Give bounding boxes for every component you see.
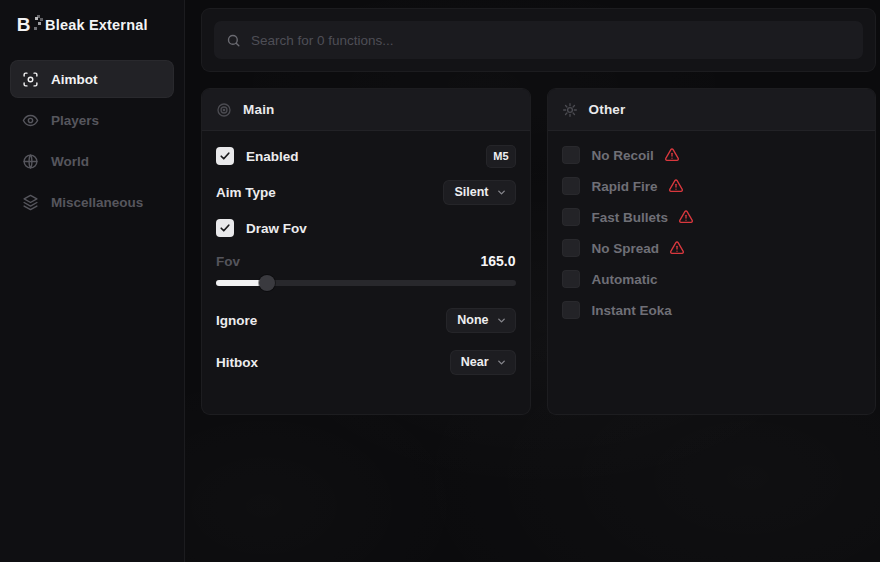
main-panel-header: Main	[202, 89, 530, 131]
panel-title: Main	[243, 102, 275, 117]
toggle-row-rapid-fire: Rapid Fire	[562, 174, 862, 198]
sidebar-item-players[interactable]: Players	[10, 101, 174, 139]
toggle-row-no-recoil: No Recoil	[562, 143, 862, 167]
keybind-button[interactable]: M5	[486, 145, 515, 168]
check-icon	[219, 150, 231, 162]
main-content: Main Enabled M5 Aim Type Silent	[185, 0, 880, 562]
search-input[interactable]	[251, 33, 851, 48]
eye-icon	[22, 112, 39, 129]
warning-icon	[668, 178, 684, 194]
fov-label: Fov	[216, 254, 240, 269]
enabled-row: Enabled M5	[216, 143, 516, 169]
chevron-down-icon	[496, 187, 507, 198]
other-panel-body: No Recoil Rapid Fire Fast Bullets	[548, 131, 876, 414]
ignore-dropdown[interactable]: None	[446, 308, 515, 333]
automatic-label: Automatic	[592, 272, 658, 287]
fov-value: 165.0	[480, 253, 515, 269]
warning-icon	[678, 209, 694, 225]
sidebar-item-label: World	[51, 154, 89, 169]
sidebar: B Bleak External Aimbot Players	[0, 0, 185, 562]
hitbox-row: Hitbox Near	[216, 349, 516, 375]
aim-type-value: Silent	[454, 185, 488, 199]
target-icon	[216, 102, 232, 118]
ignore-row: Ignore None	[216, 307, 516, 333]
warning-icon	[664, 147, 680, 163]
aim-type-row: Aim Type Silent	[216, 179, 516, 205]
toggle-row-fast-bullets: Fast Bullets	[562, 205, 862, 229]
rapid-fire-label: Rapid Fire	[592, 179, 658, 194]
sidebar-nav: Aimbot Players World	[0, 60, 184, 221]
sidebar-item-miscellaneous[interactable]: Miscellaneous	[10, 183, 174, 221]
search-panel	[201, 8, 876, 72]
crosshair-icon	[22, 71, 39, 88]
hitbox-dropdown[interactable]: Near	[450, 350, 516, 375]
no-spread-checkbox[interactable]	[562, 239, 580, 257]
rapid-fire-checkbox[interactable]	[562, 177, 580, 195]
enabled-checkbox[interactable]	[216, 147, 234, 165]
toggle-row-no-spread: No Spread	[562, 236, 862, 260]
toggle-row-instant-eoka: Instant Eoka	[562, 298, 862, 322]
sidebar-item-aimbot[interactable]: Aimbot	[10, 60, 174, 98]
hitbox-label: Hitbox	[216, 355, 258, 370]
instant-eoka-label: Instant Eoka	[592, 303, 672, 318]
sidebar-item-label: Players	[51, 113, 99, 128]
aim-type-label: Aim Type	[216, 185, 276, 200]
search-icon	[226, 33, 241, 48]
sidebar-item-label: Miscellaneous	[51, 195, 143, 210]
app-title: Bleak External	[45, 17, 148, 33]
slider-thumb[interactable]	[259, 275, 275, 291]
panel-title: Other	[589, 102, 626, 117]
other-panel: Other No Recoil Rapid Fire	[547, 88, 877, 415]
draw-fov-checkbox[interactable]	[216, 219, 234, 237]
ignore-label: Ignore	[216, 313, 257, 328]
enabled-label: Enabled	[246, 149, 299, 164]
no-spread-label: No Spread	[592, 241, 660, 256]
main-panel: Main Enabled M5 Aim Type Silent	[201, 88, 531, 415]
app-logo-icon: B	[12, 14, 34, 36]
automatic-checkbox[interactable]	[562, 270, 580, 288]
main-panel-body: Enabled M5 Aim Type Silent D	[202, 131, 530, 414]
hitbox-value: Near	[461, 355, 489, 369]
ignore-value: None	[457, 313, 488, 327]
chevron-down-icon	[496, 357, 507, 368]
fov-slider[interactable]	[216, 275, 516, 291]
search-box[interactable]	[214, 21, 863, 59]
chevron-down-icon	[496, 315, 507, 326]
other-panel-header: Other	[548, 89, 876, 131]
globe-icon	[22, 153, 39, 170]
panels-row: Main Enabled M5 Aim Type Silent	[201, 88, 876, 415]
toggle-row-automatic: Automatic	[562, 267, 862, 291]
no-recoil-checkbox[interactable]	[562, 146, 580, 164]
fast-bullets-label: Fast Bullets	[592, 210, 669, 225]
check-icon	[219, 222, 231, 234]
gear-icon	[562, 102, 578, 118]
sidebar-item-world[interactable]: World	[10, 142, 174, 180]
aim-type-dropdown[interactable]: Silent	[443, 180, 515, 205]
sidebar-item-label: Aimbot	[51, 72, 98, 87]
instant-eoka-checkbox[interactable]	[562, 301, 580, 319]
draw-fov-row: Draw Fov	[216, 215, 516, 241]
fov-row: Fov 165.0	[216, 251, 516, 271]
no-recoil-label: No Recoil	[592, 148, 654, 163]
fast-bullets-checkbox[interactable]	[562, 208, 580, 226]
brand: B Bleak External	[0, 0, 184, 52]
warning-icon	[669, 240, 685, 256]
layers-icon	[22, 194, 39, 211]
draw-fov-label: Draw Fov	[246, 221, 307, 236]
